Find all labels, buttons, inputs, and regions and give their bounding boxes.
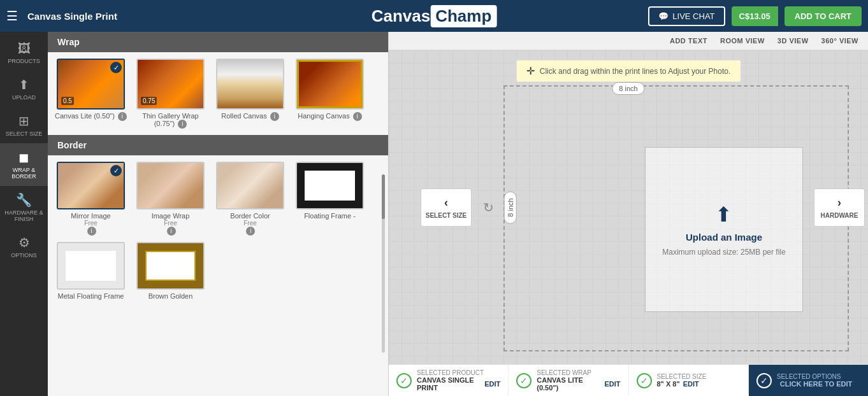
upload-label[interactable]: Upload an Image xyxy=(686,232,762,243)
sidebar: 🖼 PRODUCTS ⬆ UPLOAD ⊞ SELECT SIZE ◼ WRAP… xyxy=(0,32,48,396)
live-chat-button[interactable]: 💬 LIVE CHAT xyxy=(648,6,725,26)
upload-area[interactable]: ⬆ Upload an Image Maximum upload size: 2… xyxy=(662,202,785,257)
hamburger-icon[interactable]: ☰ xyxy=(6,8,18,24)
status-size-edit[interactable]: EDIT xyxy=(683,380,699,388)
wrap-section-content: 0.5 ✓ Canvas Lite (0.50") i 0.75 Thin Ga… xyxy=(48,52,388,135)
select-size-nav-label: SELECT SIZE xyxy=(426,212,467,219)
sidebar-label-options: OPTIONS xyxy=(11,252,37,258)
border-item-metal-floating[interactable]: Metal Floating Frame xyxy=(54,242,127,300)
border-item-image-wrap[interactable]: Image Wrap Free i xyxy=(134,162,207,236)
select-size-arrow-icon: ‹ xyxy=(444,196,448,209)
border-img-border-color xyxy=(216,162,284,209)
metal-float-preview xyxy=(58,243,124,288)
status-wrap-value: CANVAS LITE (0.50") xyxy=(537,376,601,392)
sidebar-item-upload[interactable]: ⬆ UPLOAD xyxy=(0,71,48,107)
select-size-nav-button[interactable]: ‹ SELECT SIZE xyxy=(421,188,472,227)
border-item-brown-golden[interactable]: Brown Golden xyxy=(134,242,207,300)
status-wrap-edit[interactable]: EDIT xyxy=(604,380,620,388)
status-size: ✓ SELECTED SIZE 8" X 8" EDIT xyxy=(629,365,749,396)
sidebar-item-options[interactable]: ⚙ OPTIONS xyxy=(0,229,48,265)
3d-view-button[interactable]: 3D VIEW xyxy=(778,37,809,45)
canvas-lite-label: Canvas Lite (0.50") i xyxy=(55,112,127,121)
status-bar: ✓ SELECTED PRODUCT CANVAS SINGLE PRINT E… xyxy=(389,364,868,396)
status-product-value: CANVAS SINGLE PRINT xyxy=(417,376,481,392)
products-icon: 🖼 xyxy=(18,41,31,56)
wrap-border-icon: ◼ xyxy=(18,150,29,165)
rolled-canvas-info[interactable]: i xyxy=(270,112,279,121)
page-title: Canvas Single Print xyxy=(27,11,117,22)
add-text-button[interactable]: ADD TEXT xyxy=(670,37,707,45)
price-button[interactable]: C$13.05 xyxy=(732,6,778,26)
status-size-value: 8" X 8" xyxy=(657,380,680,388)
add-to-cart-button[interactable]: ADD TO CART xyxy=(785,6,862,26)
brand-canvas-text: Canvas xyxy=(372,6,431,26)
status-product-text: SELECTED PRODUCT CANVAS SINGLE PRINT EDI… xyxy=(417,369,500,392)
border-img-floating-frame xyxy=(296,162,364,209)
border-item-floating-frame[interactable]: Floating Frame - xyxy=(293,162,366,236)
status-product-edit[interactable]: EDIT xyxy=(484,380,500,388)
border-img-image-wrap xyxy=(136,162,205,209)
top-nav: ☰ Canvas Single Print Canvas Champ 💬 LIV… xyxy=(0,0,868,32)
hardware-arrow-icon: › xyxy=(837,196,841,209)
rotate-icon[interactable]: ↻ xyxy=(483,200,494,215)
brand-logo: Canvas Champ xyxy=(372,5,497,27)
hardware-icon: 🔧 xyxy=(16,192,32,208)
image-wrap-info[interactable]: i xyxy=(167,227,176,236)
wrap-img-thin-gallery: 0.75 xyxy=(136,59,205,110)
upload-arrow-icon: ⬆ xyxy=(715,202,732,227)
thin-gallery-thickness: 0.75 xyxy=(141,97,157,105)
canvas-lite-info[interactable]: i xyxy=(118,112,127,121)
floating-frame-label: Floating Frame - xyxy=(304,212,356,220)
status-product: ✓ SELECTED PRODUCT CANVAS SINGLE PRINT E… xyxy=(389,365,509,396)
hardware-nav-label: HARDWARE xyxy=(821,212,858,219)
sidebar-label-wrap-border: WRAP & BORDER xyxy=(3,167,45,180)
mirror-info[interactable]: i xyxy=(87,227,96,236)
status-options-edit[interactable]: CLICK HERE TO EDIT xyxy=(780,380,852,388)
status-size-text: SELECTED SIZE 8" X 8" EDIT xyxy=(657,373,707,388)
room-view-button[interactable]: ROOM VIEW xyxy=(720,37,765,45)
status-wrap-label: SELECTED WRAP xyxy=(537,369,620,376)
status-product-label: SELECTED PRODUCT xyxy=(417,369,500,376)
border-item-border-color[interactable]: Border Color Free i xyxy=(213,162,287,236)
status-check-product: ✓ xyxy=(396,373,412,388)
status-check-wrap: ✓ xyxy=(516,373,532,388)
sidebar-label-products: PRODUCTS xyxy=(8,58,40,64)
wrap-item-canvas-lite[interactable]: 0.5 ✓ Canvas Lite (0.50") i xyxy=(54,59,127,129)
size-label-top: 8 inch xyxy=(612,82,644,95)
hardware-nav-button[interactable]: › HARDWARE xyxy=(814,188,865,227)
metal-float-label: Metal Floating Frame xyxy=(58,292,124,300)
options-icon: ⚙ xyxy=(18,235,30,250)
image-wrap-preview xyxy=(138,163,203,208)
crosshair-icon: ✛ xyxy=(526,65,535,77)
border-img-mirror: ✓ xyxy=(57,162,125,209)
canvas-lite-thickness: 0.5 xyxy=(61,97,74,105)
mirror-check: ✓ xyxy=(110,165,122,176)
upload-icon: ⬆ xyxy=(18,77,29,92)
canvas-lite-check: ✓ xyxy=(110,62,122,73)
sidebar-item-hardware[interactable]: 🔧 HARDWARE & FINISH xyxy=(0,186,48,229)
brand-champ-text: Champ xyxy=(430,5,496,27)
wrap-item-thin-gallery[interactable]: 0.75 Thin Gallery Wrap (0.75") i xyxy=(134,59,207,129)
status-wrap: ✓ SELECTED WRAP CANVAS LITE (0.50") EDIT xyxy=(509,365,628,396)
sidebar-label-select-size: SELECT SIZE xyxy=(6,131,42,137)
status-check-size: ✓ xyxy=(637,373,652,388)
border-color-info[interactable]: i xyxy=(246,227,255,236)
360-view-button[interactable]: 360° VIEW xyxy=(821,37,858,45)
thin-gallery-info[interactable]: i xyxy=(178,120,187,129)
hanging-canvas-info[interactable]: i xyxy=(353,112,362,121)
main-layout: 🖼 PRODUCTS ⬆ UPLOAD ⊞ SELECT SIZE ◼ WRAP… xyxy=(0,32,868,396)
sidebar-item-select-size[interactable]: ⊞ SELECT SIZE xyxy=(0,107,48,143)
wrap-item-hanging-canvas[interactable]: Hanging Canvas i xyxy=(293,59,366,129)
sidebar-item-wrap-border[interactable]: ◼ WRAP & BORDER xyxy=(0,143,48,186)
canvas-workspace: ✛ Click and drag within the print lines … xyxy=(389,50,868,364)
wrap-item-rolled-canvas[interactable]: Rolled Canvas i xyxy=(213,59,287,129)
sidebar-item-products[interactable]: 🖼 PRODUCTS xyxy=(0,35,48,71)
wrap-img-rolled-canvas xyxy=(216,59,284,110)
wrap-section-header: Wrap xyxy=(48,32,388,52)
thin-gallery-label: Thin Gallery Wrap (0.75") i xyxy=(134,112,207,129)
rolled-canvas-label: Rolled Canvas i xyxy=(221,112,279,121)
status-options[interactable]: ✓ SELECTED OPTIONS CLICK HERE TO EDIT xyxy=(749,365,868,396)
border-item-mirror[interactable]: ✓ Mirror Image Free i xyxy=(54,162,127,236)
size-label-left: 8 inch xyxy=(504,191,517,223)
canvas-toolbar: ADD TEXT ROOM VIEW 3D VIEW 360° VIEW xyxy=(389,32,868,50)
